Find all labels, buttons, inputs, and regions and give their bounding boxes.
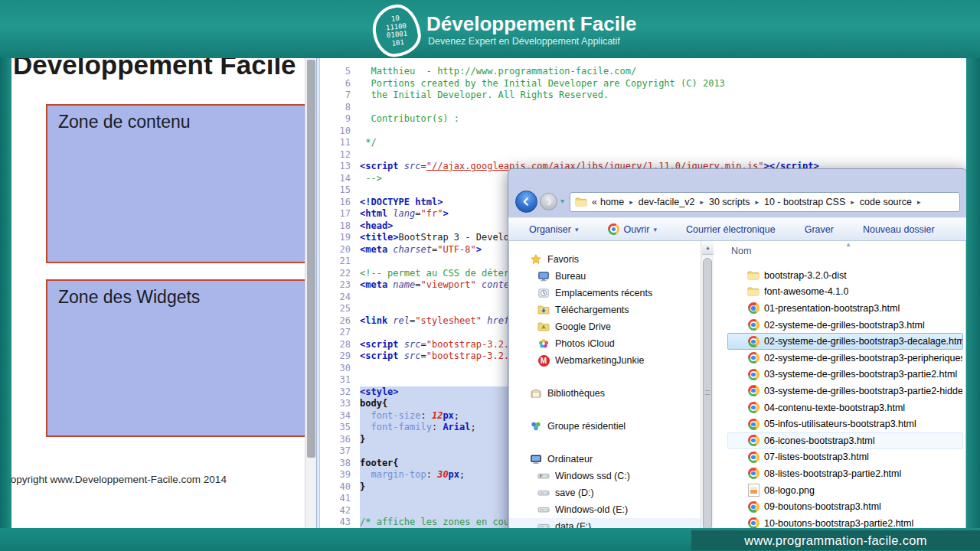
chrome-icon bbox=[747, 402, 760, 414]
scroll-up-icon[interactable]: ▲ bbox=[702, 241, 714, 255]
toolbar-nouveau-dossier[interactable]: Nouveau dossier bbox=[863, 224, 935, 235]
explorer-window: ▾ «home▸dev-facile_v2▸30 scripts▸10 - bo… bbox=[508, 168, 967, 532]
breadcrumb-item[interactable]: home bbox=[600, 197, 624, 207]
line-number: 43 bbox=[320, 517, 360, 529]
image-icon bbox=[747, 484, 760, 497]
column-header-nom[interactable]: Nom ▲ bbox=[714, 241, 965, 267]
chrome-icon bbox=[747, 468, 760, 480]
toolbar-label: Nouveau dossier bbox=[863, 224, 935, 235]
sidebar-item-label: Google Drive bbox=[555, 321, 611, 332]
breadcrumb-item[interactable]: dev-facile_v2 bbox=[639, 197, 695, 207]
file-name: 01-presentation-bootstrap3.html bbox=[764, 303, 900, 314]
file-row[interactable]: 02-systeme-de-grilles-bootstrap3-periphe… bbox=[727, 350, 963, 367]
file-name: 07-listes-bootstrap3.html bbox=[764, 452, 869, 462]
breadcrumb-separator-icon[interactable]: ▸ bbox=[755, 198, 759, 206]
sidebar-item-label: Favoris bbox=[547, 254, 579, 265]
homegroup-icon bbox=[530, 420, 542, 432]
toolbar-label: Courrier électronique bbox=[686, 224, 776, 235]
star-icon bbox=[530, 253, 542, 266]
file-name: 08-listes-bootstrap3-partie2.html bbox=[764, 468, 901, 479]
explorer-toolbar: Organiser▾Ouvrir▾Courrier électroniqueGr… bbox=[508, 217, 966, 241]
drive-icon bbox=[537, 504, 550, 516]
sidebar-item-label: Emplacements récents bbox=[555, 288, 652, 298]
breadcrumb-separator-icon[interactable]: ▸ bbox=[917, 198, 921, 206]
file-row[interactable]: font-awesome-4.1.0 bbox=[727, 284, 963, 301]
site-url: www.programmation-facile.com bbox=[744, 533, 927, 547]
file-row[interactable]: 08-listes-bootstrap3-partie2.html bbox=[727, 465, 963, 482]
sidebar-item-photos-icloud[interactable]: Photos iCloud bbox=[509, 335, 701, 352]
file-row[interactable]: bootstrap-3.2.0-dist bbox=[727, 267, 963, 284]
chrome-icon bbox=[747, 302, 760, 315]
file-row[interactable]: 05-infos-utilisateurs-bootstrap3.html bbox=[727, 416, 963, 432]
forward-button[interactable] bbox=[540, 193, 557, 210]
line-number: 15 bbox=[320, 184, 360, 197]
sidebar-item-bureau[interactable]: Bureau bbox=[509, 268, 701, 285]
file-row[interactable]: 02-systeme-de-grilles-bootstrap3-decalag… bbox=[727, 333, 963, 350]
breadcrumb-separator-icon[interactable]: ▸ bbox=[700, 198, 704, 206]
line-number: 35 bbox=[320, 422, 360, 434]
sidebar-item-ordinateur[interactable]: Ordinateur bbox=[509, 451, 701, 468]
sidebar-item-label: Photos iCloud bbox=[555, 338, 615, 349]
zone-contenu-box: Zone de contenu bbox=[46, 104, 309, 263]
sidebar-item-windows-ssd-c-[interactable]: Windows ssd (C:) bbox=[509, 468, 701, 484]
file-row[interactable]: 03-systeme-de-grilles-bootstrap3-partie2… bbox=[727, 367, 963, 383]
address-bar: ▾ «home▸dev-facile_v2▸30 scripts▸10 - bo… bbox=[508, 189, 966, 215]
toolbar-graver[interactable]: Graver bbox=[805, 224, 834, 235]
line-number: 32 bbox=[320, 386, 360, 399]
sidebar-item-t-l-chargements[interactable]: Téléchargements bbox=[509, 302, 701, 318]
back-button[interactable] bbox=[515, 191, 537, 213]
file-row[interactable]: 02-systeme-de-grilles-bootstrap3.html bbox=[727, 317, 963, 334]
file-row[interactable]: 07-listes-bootstrap3.html bbox=[727, 449, 963, 466]
sidebar-item-windows-old-e-[interactable]: Windows-old (E:) bbox=[509, 501, 701, 518]
file-row[interactable]: 06-icones-bootstrap3.html bbox=[727, 432, 963, 449]
breadcrumb-item[interactable]: code source bbox=[860, 197, 912, 207]
line-number: 7 bbox=[320, 90, 360, 102]
sidebar-item-webmarketingjunkie[interactable]: MWebmarketingJunkie bbox=[509, 352, 701, 369]
gdrive-icon bbox=[537, 321, 550, 333]
code-line: 8 bbox=[320, 102, 966, 114]
file-row[interactable]: 03-systeme-de-grilles-bootstrap3-partie2… bbox=[727, 383, 963, 399]
code-text bbox=[360, 126, 966, 138]
breadcrumb-item[interactable]: 30 scripts bbox=[709, 197, 750, 207]
history-dropdown-icon[interactable]: ▾ bbox=[560, 197, 564, 205]
line-number: 13 bbox=[320, 161, 360, 173]
file-row[interactable]: 01-presentation-bootstrap3.html bbox=[727, 300, 963, 317]
sidebar-item-emplacements-r-cents[interactable]: Emplacements récents bbox=[509, 285, 701, 302]
sidebar-spacer bbox=[509, 369, 701, 385]
file-row[interactable]: 08-logo.png bbox=[727, 482, 963, 499]
sidebar-item-save-d-[interactable]: save (D:) bbox=[509, 484, 701, 501]
toolbar-courrier-lectronique[interactable]: Courrier électronique bbox=[686, 224, 776, 235]
chrome-icon bbox=[747, 319, 760, 331]
sidebar-item-label: Téléchargements bbox=[555, 305, 629, 315]
chrome-icon bbox=[747, 500, 760, 513]
line-number: 25 bbox=[320, 303, 360, 315]
sidebar-item-biblioth-ques[interactable]: Bibliothèques bbox=[509, 385, 701, 402]
column-header-label: Nom bbox=[731, 246, 751, 256]
toolbar-ouvrir[interactable]: Ouvrir▾ bbox=[607, 223, 657, 236]
preview-scrollbar[interactable] bbox=[305, 58, 316, 528]
scrollbar-thumb[interactable] bbox=[703, 258, 712, 530]
file-row[interactable]: 04-contenu-texte-bootstrap3.html bbox=[727, 399, 963, 416]
file-list-pane: Nom ▲ bootstrap-3.2.0-distfont-awesome-4… bbox=[714, 241, 965, 531]
file-name: bootstrap-3.2.0-dist bbox=[764, 270, 847, 281]
breadcrumb[interactable]: «home▸dev-facile_v2▸30 scripts▸10 - boot… bbox=[570, 192, 960, 212]
preview-scrollbar-thumb[interactable] bbox=[307, 60, 315, 458]
chevron-down-icon: ▾ bbox=[653, 226, 657, 233]
toolbar-label: Organiser bbox=[529, 224, 571, 235]
breadcrumb-prefix: « bbox=[592, 197, 597, 207]
breadcrumb-separator-icon[interactable]: ▸ bbox=[851, 198, 854, 206]
file-row[interactable]: 09-boutons-bootstrap3.html bbox=[727, 498, 963, 515]
sidebar-item-google-drive[interactable]: Google Drive bbox=[509, 318, 701, 335]
breadcrumb-separator-icon[interactable]: ▸ bbox=[629, 198, 633, 206]
frame-bottom: www.programmation-facile.com bbox=[0, 528, 980, 551]
site-url-bar: www.programmation-facile.com bbox=[691, 530, 980, 550]
line-number: 16 bbox=[320, 197, 360, 209]
browser-preview-panel: Developpement Facile Zone de contenu Zon… bbox=[11, 58, 316, 528]
sidebar-scrollbar[interactable]: ▲ bbox=[701, 241, 714, 531]
breadcrumb-item[interactable]: 10 - bootstrap CSS bbox=[764, 197, 845, 207]
folder-icon bbox=[747, 269, 760, 282]
sidebar-item-favoris[interactable]: Favoris bbox=[509, 251, 701, 268]
file-list: bootstrap-3.2.0-distfont-awesome-4.1.001… bbox=[714, 267, 965, 531]
toolbar-organiser[interactable]: Organiser▾ bbox=[529, 224, 578, 235]
sidebar-item-groupe-r-sidentiel[interactable]: Groupe résidentiel bbox=[509, 418, 701, 435]
